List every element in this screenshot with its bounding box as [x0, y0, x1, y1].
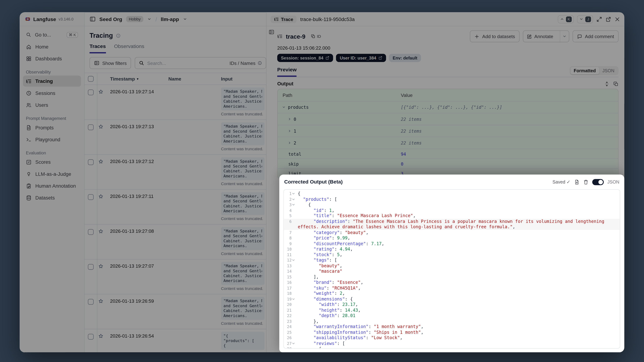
code-line-11[interactable]: 11 "stock": 5, [284, 252, 620, 258]
fold-chevron-icon[interactable] [292, 258, 295, 263]
fold-spacer [292, 313, 295, 318]
fold-spacer [292, 235, 295, 241]
gutter: 5 [284, 213, 296, 219]
screen: Langfuse v3.146.0 Go to... ⌘ K HomeDashb… [0, 0, 644, 362]
fold-spacer [292, 241, 295, 246]
code-line-8[interactable]: 8 "price": 9.99, [284, 235, 620, 241]
gutter: 28 [284, 346, 296, 349]
gutter: 20 [284, 302, 296, 307]
code-content: "tags": [ [296, 258, 620, 263]
code-content: "stock": 5, [296, 252, 620, 258]
code-line-25[interactable]: 25 "shippingInformation": "Ships in 1 mo… [284, 330, 620, 335]
code-content: "description": "The Essence Mascara Lash… [296, 218, 620, 230]
code-line-3[interactable]: 3 { [284, 202, 620, 208]
code-line-16[interactable]: 16 "brand": "Essence", [284, 280, 620, 285]
code-line-23[interactable]: 23 }, [284, 318, 620, 324]
code-content: "price": 9.99, [296, 235, 620, 241]
json-toggle[interactable] [592, 179, 604, 185]
fold-chevron-icon[interactable] [292, 296, 295, 302]
fold-chevron-icon[interactable] [292, 202, 295, 208]
fold-chevron-icon[interactable] [292, 346, 295, 349]
code-content: "mascara" [296, 268, 620, 274]
code-content: "width": 23.17, [296, 302, 620, 307]
code-content: "brand": "Essence", [296, 280, 620, 285]
code-content: "sku": "RCH45Q1A", [296, 285, 620, 291]
gutter: 4 [284, 208, 296, 213]
code-content: ], [296, 274, 620, 280]
gutter: 12 [284, 258, 296, 263]
fold-spacer [292, 318, 295, 324]
code-line-20[interactable]: 20 "width": 23.17, [284, 302, 620, 307]
code-content: "products": [ [296, 196, 620, 202]
code-line-26[interactable]: 26 "availabilityStatus": "Low Stock", [284, 335, 620, 340]
code-line-27[interactable]: 27 "reviews": [ [284, 340, 620, 346]
code-content: "beauty", [296, 263, 620, 268]
gutter: 7 [284, 230, 296, 235]
code-line-7[interactable]: 7 "category": "beauty", [284, 230, 620, 235]
fold-chevron-icon[interactable] [292, 340, 295, 346]
app-window: Langfuse v3.146.0 Go to... ⌘ K HomeDashb… [20, 12, 624, 352]
code-content: "height": 14.43, [296, 307, 620, 313]
code-content: "dimensions": { [296, 296, 620, 302]
gutter: 18 [284, 291, 296, 296]
code-content: { [296, 191, 620, 196]
code-line-4[interactable]: 4 "id": 1, [284, 208, 620, 213]
gutter: 1 [284, 191, 296, 196]
fold-spacer [292, 268, 295, 274]
code-content: "title": "Essence Mascara Lash Prince", [296, 213, 620, 219]
gutter: 19 [284, 296, 296, 302]
gutter: 15 [284, 274, 296, 280]
code-line-15[interactable]: 15 ], [284, 274, 620, 280]
code-line-2[interactable]: 2 "products": [ [284, 196, 620, 202]
fold-spacer [292, 218, 295, 224]
fold-spacer [292, 307, 295, 313]
code-line-19[interactable]: 19 "dimensions": { [284, 296, 620, 302]
code-line-21[interactable]: 21 "height": 14.43, [284, 307, 620, 313]
gutter: 13 [284, 263, 296, 268]
code-line-5[interactable]: 5 "title": "Essence Mascara Lash Prince"… [284, 213, 620, 219]
code-content: "category": "beauty", [296, 230, 620, 235]
code-line-17[interactable]: 17 "sku": "RCH45Q1A", [284, 285, 620, 291]
code-line-1[interactable]: 1{ [284, 191, 620, 196]
fold-chevron-icon[interactable] [292, 196, 295, 202]
fold-spacer [292, 302, 295, 307]
trash-icon[interactable] [583, 179, 588, 184]
fold-spacer [292, 213, 295, 219]
code-line-18[interactable]: 18 "weight": 2, [284, 291, 620, 296]
gutter: 11 [284, 252, 296, 258]
gutter: 8 [284, 235, 296, 241]
corrected-output-title: Corrected Output (Beta) [284, 179, 343, 185]
code-content: "id": 1, [296, 208, 620, 213]
fold-chevron-icon[interactable] [292, 191, 295, 196]
json-code-editor[interactable]: 1{2 "products": [3 {4 "id": 1,5 "title":… [283, 189, 620, 348]
code-line-22[interactable]: 22 "depth": 28.01 [284, 313, 620, 318]
corrected-output-panel: Corrected Output (Beta) Saved ✓ JSON 1{2… [279, 174, 624, 352]
gutter: 9 [284, 241, 296, 246]
gutter: 21 [284, 307, 296, 313]
code-content: "reviews": [ [296, 340, 620, 346]
code-line-13[interactable]: 13 "beauty", [284, 263, 620, 268]
code-line-12[interactable]: 12 "tags": [ [284, 258, 620, 263]
code-line-24[interactable]: 24 "warrantyInformation": "1 month warra… [284, 324, 620, 330]
code-line-9[interactable]: 9 "discountPercentage": 7.17, [284, 241, 620, 246]
code-line-14[interactable]: 14 "mascara" [284, 268, 620, 274]
code-line-28[interactable]: 28 { [284, 346, 620, 349]
gutter: 25 [284, 330, 296, 335]
code-line-6[interactable]: 6 "description": "The Essence Mascara La… [284, 218, 620, 230]
gutter: 14 [284, 268, 296, 274]
fold-spacer [292, 335, 295, 340]
gutter: 26 [284, 335, 296, 340]
gutter: 2 [284, 196, 296, 202]
gutter: 10 [284, 246, 296, 252]
fold-spacer [292, 246, 295, 252]
code-line-10[interactable]: 10 "rating": 4.94, [284, 246, 620, 252]
fold-spacer [292, 208, 295, 213]
fold-spacer [292, 285, 295, 291]
gutter: 27 [284, 340, 296, 346]
code-content: "discountPercentage": 7.17, [296, 241, 620, 246]
code-content: "shippingInformation": "Ships in 1 month… [296, 330, 620, 335]
code-content: "rating": 4.94, [296, 246, 620, 252]
save-file-icon[interactable] [574, 179, 580, 184]
code-content: { [296, 346, 620, 349]
gutter: 16 [284, 280, 296, 285]
